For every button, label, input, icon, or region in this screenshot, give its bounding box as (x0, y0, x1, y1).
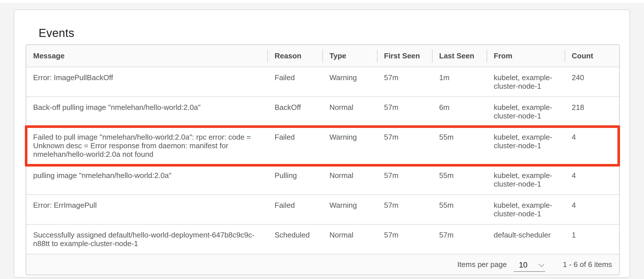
cell-first_seen: 57m (377, 97, 432, 126)
table-row: Error: ImagePullBackOffFailedWarning57m1… (26, 67, 619, 97)
table-row: pulling image "nmelehan/hello-world:2.0a… (26, 165, 619, 195)
cell-count: 240 (565, 67, 619, 97)
cell-from: kubelet, example-cluster-node-1 (487, 165, 565, 195)
cell-first_seen: 57m (377, 165, 432, 195)
cell-first_seen: 57m (377, 126, 432, 165)
cell-type: Normal (323, 224, 377, 254)
cell-last_seen: 55m (432, 165, 487, 195)
table-header: MessageReasonTypeFirst SeenLast SeenFrom… (26, 45, 619, 67)
cell-message: Error: ImagePullBackOff (26, 67, 268, 97)
cell-first_seen: 57m (377, 195, 432, 224)
items-per-page-value: 10 (519, 261, 527, 270)
cell-message: Error: ErrImagePull (26, 195, 268, 224)
cell-reason: Failed (268, 195, 323, 224)
column-header-last_seen: Last Seen (432, 45, 487, 67)
cell-from: default-scheduler (487, 224, 565, 254)
cell-type: Warning (323, 195, 377, 224)
cell-last_seen: 6m (432, 97, 487, 126)
cell-last_seen: 57m (432, 224, 487, 254)
cell-reason: Failed (268, 67, 323, 97)
table-row: Failed to pull image "nmelehan/hello-wor… (26, 126, 619, 165)
cell-from: kubelet, example-cluster-node-1 (487, 97, 565, 126)
column-header-type: Type (323, 45, 377, 67)
cell-last_seen: 55m (432, 195, 487, 224)
page: Events MessageReasonTypeFirst SeenLast S… (0, 0, 644, 279)
cell-last_seen: 1m (432, 67, 487, 97)
cell-first_seen: 57m (377, 67, 432, 97)
cell-last_seen: 55m (432, 126, 487, 165)
table-header-row: MessageReasonTypeFirst SeenLast SeenFrom… (26, 45, 619, 67)
table-row: Successfully assigned default/hello-worl… (26, 224, 619, 254)
column-header-first_seen: First Seen (377, 45, 432, 67)
cell-count: 4 (565, 165, 619, 195)
table-row: Error: ErrImagePullFailedWarning57m55mku… (26, 195, 619, 224)
events-datagrid: MessageReasonTypeFirst SeenLast SeenFrom… (26, 44, 620, 275)
cell-count: 218 (565, 97, 619, 126)
cell-type: Warning (323, 126, 377, 165)
table-row: Back-off pulling image "nmelehan/hello-w… (26, 97, 619, 126)
cell-reason: Scheduled (268, 224, 323, 254)
cell-message: Failed to pull image "nmelehan/hello-wor… (26, 126, 268, 165)
page-title: Events (39, 27, 74, 39)
events-table: MessageReasonTypeFirst SeenLast SeenFrom… (26, 45, 619, 254)
cell-message: Successfully assigned default/hello-worl… (26, 224, 268, 254)
cell-from: kubelet, example-cluster-node-1 (487, 126, 565, 165)
cell-type: Normal (323, 165, 377, 195)
cell-from: kubelet, example-cluster-node-1 (487, 67, 565, 97)
cell-count: 4 (565, 126, 619, 165)
cell-message: Back-off pulling image "nmelehan/hello-w… (26, 97, 268, 126)
items-per-page-select[interactable]: 10 (514, 261, 545, 272)
column-header-message: Message (26, 45, 268, 67)
datagrid-footer: Items per page 10 1 - 6 of 6 items (26, 254, 619, 275)
items-per-page-label: Items per page (457, 260, 507, 269)
cell-reason: Failed (268, 126, 323, 165)
cell-message: pulling image "nmelehan/hello-world:2.0a… (26, 165, 268, 195)
column-header-reason: Reason (268, 45, 323, 67)
cell-type: Normal (323, 97, 377, 126)
cell-count: 1 (565, 224, 619, 254)
cell-first_seen: 57m (377, 224, 432, 254)
cell-reason: Pulling (268, 165, 323, 195)
events-card: Events MessageReasonTypeFirst SeenLast S… (14, 9, 630, 278)
chevron-down-icon (539, 262, 544, 267)
pagination-range-text: 1 - 6 of 6 items (563, 260, 612, 269)
cell-type: Warning (323, 67, 377, 97)
column-header-count: Count (565, 45, 619, 67)
column-header-from: From (487, 45, 565, 67)
cell-from: kubelet, example-cluster-node-1 (487, 195, 565, 224)
table-body: Error: ImagePullBackOffFailedWarning57m1… (26, 67, 619, 254)
top-strip (0, 0, 644, 3)
cell-count: 4 (565, 195, 619, 224)
cell-reason: BackOff (268, 97, 323, 126)
